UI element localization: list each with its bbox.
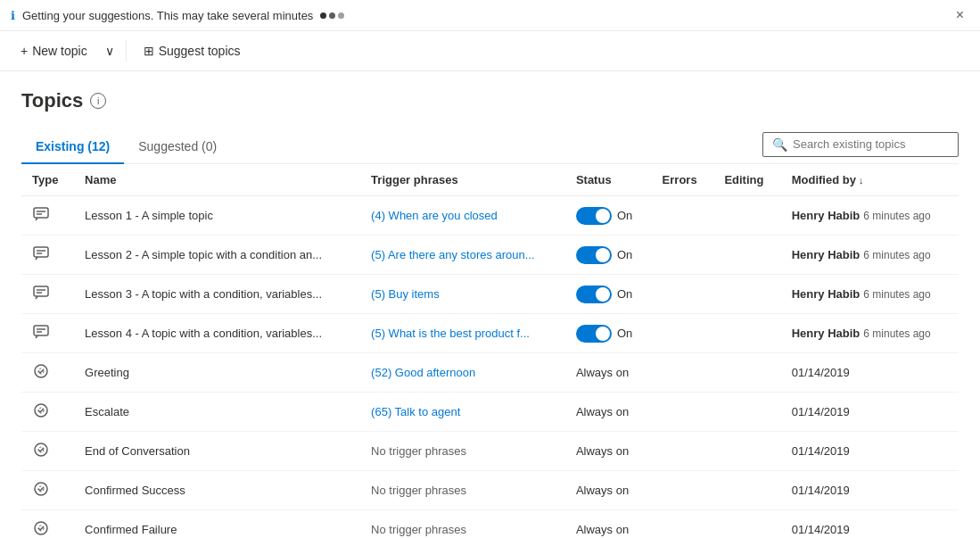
chevron-down-icon: ∨ <box>105 44 114 58</box>
cell-errors <box>652 236 714 275</box>
toggle-label: On <box>617 248 632 261</box>
chat-icon <box>32 212 50 226</box>
cell-editing <box>713 510 780 539</box>
toggle-label: On <box>617 287 632 301</box>
cell-errors <box>652 471 714 510</box>
notification-text: Getting your suggestions. This may take … <box>22 9 313 22</box>
topics-table: Type Name Trigger phrases Status Errors … <box>21 164 959 538</box>
cell-trigger[interactable]: (5) Buy items <box>360 275 565 314</box>
cell-type <box>21 236 74 275</box>
svg-rect-3 <box>34 247 48 257</box>
cell-name: Lesson 2 - A simple topic with a conditi… <box>74 236 360 275</box>
cell-name: Lesson 4 - A topic with a condition, var… <box>74 314 360 353</box>
table-row[interactable]: Greeting(52) Good afternoonAlways on01/1… <box>21 353 959 393</box>
new-topic-dropdown-button[interactable]: ∨ <box>101 38 119 63</box>
cell-type <box>21 275 74 314</box>
cell-type <box>21 393 74 432</box>
page-title-row: Topics i <box>21 89 959 112</box>
trigger-link[interactable]: (52) Good afternoon <box>371 366 475 379</box>
modified-by-name: Henry Habib <box>792 327 861 340</box>
table-row[interactable]: Lesson 3 - A topic with a condition, var… <box>21 275 959 314</box>
modified-by-name: Henry Habib <box>792 248 861 261</box>
toggle-wrap: On <box>576 207 641 225</box>
tabs-row: Existing (12) Suggested (0) 🔍 <box>21 130 959 164</box>
toggle-label: On <box>617 209 632 222</box>
trigger-link[interactable]: (5) Are there any stores aroun... <box>371 248 535 261</box>
status-toggle[interactable] <box>576 207 612 225</box>
cell-editing <box>713 471 780 510</box>
always-on-label: Always on <box>576 484 629 497</box>
svg-rect-9 <box>34 326 48 335</box>
table-row[interactable]: Escalate(65) Talk to agentAlways on01/14… <box>21 393 959 432</box>
status-toggle[interactable] <box>576 246 612 264</box>
cell-status: On <box>565 236 652 275</box>
table-row[interactable]: Lesson 2 - A simple topic with a conditi… <box>21 236 959 275</box>
suggest-icon: ⊞ <box>144 44 154 58</box>
trigger-link[interactable]: (4) When are you closed <box>371 209 498 222</box>
toolbar: + New topic ∨ ⊞ Suggest topics <box>0 31 980 71</box>
cell-trigger[interactable]: (5) Are there any stores aroun... <box>360 236 565 275</box>
table-body: Lesson 1 - A simple topic(4) When are yo… <box>21 196 959 539</box>
cell-trigger[interactable]: (52) Good afternoon <box>360 353 565 393</box>
cell-type <box>21 471 74 510</box>
notification-close-button[interactable]: × <box>951 5 969 25</box>
new-topic-label: New topic <box>32 44 86 58</box>
cell-trigger[interactable]: (5) What is the best product f... <box>360 314 565 353</box>
chat-icon <box>32 291 50 304</box>
search-box[interactable]: 🔍 <box>762 132 959 157</box>
cell-errors <box>652 393 714 432</box>
dot-2 <box>329 12 335 19</box>
modified-time: 6 minutes ago <box>863 210 930 222</box>
tabs-container: Existing (12) Suggested (0) <box>21 130 231 163</box>
cell-name: Lesson 3 - A topic with a condition, var… <box>74 275 360 314</box>
new-topic-button[interactable]: + New topic <box>11 38 97 63</box>
status-toggle[interactable] <box>576 286 612 303</box>
toggle-wrap: On <box>576 325 641 343</box>
trigger-link[interactable]: (65) Talk to agent <box>371 405 460 418</box>
trigger-link[interactable]: (5) Buy items <box>371 287 440 301</box>
cell-status: Always on <box>565 353 652 393</box>
col-modified[interactable]: Modified by <box>781 164 959 196</box>
cell-type <box>21 353 74 393</box>
cell-modified: Henry Habib6 minutes ago <box>781 275 959 314</box>
table-row[interactable]: Confirmed SuccessNo trigger phrasesAlway… <box>21 471 959 510</box>
cell-errors <box>652 314 714 353</box>
col-name: Name <box>74 164 360 196</box>
cell-modified: Henry Habib6 minutes ago <box>781 236 959 275</box>
cell-modified: Henry Habib6 minutes ago <box>781 314 959 353</box>
table-row[interactable]: Confirmed FailureNo trigger phrasesAlway… <box>21 510 959 539</box>
svg-rect-6 <box>34 286 48 296</box>
topics-info-icon[interactable]: i <box>90 93 106 109</box>
search-input[interactable] <box>793 137 949 151</box>
tab-existing[interactable]: Existing (12) <box>21 130 124 164</box>
table-row[interactable]: Lesson 4 - A topic with a condition, var… <box>21 314 959 353</box>
table-row[interactable]: Lesson 1 - A simple topic(4) When are yo… <box>21 196 959 236</box>
cell-errors <box>652 353 714 393</box>
search-icon: 🔍 <box>772 137 787 152</box>
cell-name: Confirmed Failure <box>74 510 360 539</box>
cell-editing <box>713 393 780 432</box>
suggest-topics-label: Suggest topics <box>159 44 241 58</box>
toggle-label: On <box>617 327 632 340</box>
cell-name: End of Conversation <box>74 432 360 471</box>
cell-editing <box>713 353 780 393</box>
trigger-link[interactable]: (5) What is the best product f... <box>371 327 530 340</box>
notification-content: ℹ Getting your suggestions. This may tak… <box>11 9 344 22</box>
tab-suggested[interactable]: Suggested (0) <box>124 130 231 164</box>
cell-errors <box>652 196 714 236</box>
cell-trigger[interactable]: (65) Talk to agent <box>360 393 565 432</box>
status-toggle[interactable] <box>576 325 612 343</box>
notification-bar: ℹ Getting your suggestions. This may tak… <box>0 0 980 31</box>
cell-modified: Henry Habib6 minutes ago <box>781 196 959 236</box>
system-icon <box>32 369 50 383</box>
suggest-topics-button[interactable]: ⊞ Suggest topics <box>134 38 251 63</box>
chat-icon <box>32 330 50 343</box>
modified-time: 6 minutes ago <box>863 327 930 340</box>
dot-1 <box>320 12 326 19</box>
modified-by-name: Henry Habib <box>792 209 861 222</box>
cell-trigger: No trigger phrases <box>360 432 565 471</box>
table-row[interactable]: End of ConversationNo trigger phrasesAlw… <box>21 432 959 471</box>
cell-modified: 01/14/2019 <box>781 353 959 393</box>
cell-trigger[interactable]: (4) When are you closed <box>360 196 565 236</box>
cell-status: Always on <box>565 510 652 539</box>
